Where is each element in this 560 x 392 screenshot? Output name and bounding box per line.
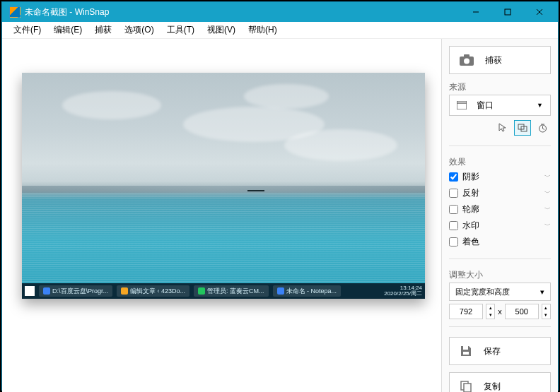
menu-capture[interactable]: 捕获 [89, 22, 117, 38]
task-item: D:\百度云盘\Progr... [39, 285, 112, 297]
maximize-button[interactable] [491, 2, 523, 22]
task-item: 未命名 - Notepa... [273, 285, 342, 297]
svg-rect-7 [457, 101, 467, 109]
titlebar[interactable]: 未命名截图 - WinSnap [2, 2, 558, 22]
effect-watermark[interactable]: 水印﹀ [449, 218, 551, 232]
save-icon [460, 345, 472, 357]
minimize-button[interactable] [460, 2, 491, 22]
height-spinner[interactable]: ▴▾ [542, 304, 551, 319]
effects-label: 效果 [449, 156, 551, 168]
save-label: 保存 [484, 345, 501, 357]
app-window: 未命名截图 - WinSnap 文件(F) 编辑(E) 捕获 选项(O) 工具(… [1, 1, 559, 391]
close-button[interactable] [523, 2, 555, 22]
mode-region[interactable] [514, 120, 531, 136]
side-panel: 捕获 来源 窗口 ▼ 效果 阴影﹀ [441, 39, 558, 392]
effect-outline[interactable]: 轮廓﹀ [449, 202, 551, 216]
effects-list: 阴影﹀ 反射﹀ 轮廓﹀ 水印﹀ 着色 [449, 170, 551, 249]
svg-rect-1 [505, 9, 511, 15]
effect-reflect[interactable]: 反射﹀ [449, 186, 551, 200]
window-title: 未命名截图 - WinSnap [25, 6, 460, 18]
chevron-down-icon: ▾ [540, 287, 544, 297]
boat [247, 190, 264, 191]
task-item: 管理员: 蓝奏云CM... [194, 285, 269, 297]
height-input[interactable] [505, 304, 539, 319]
camera-icon [460, 54, 474, 66]
menu-help[interactable]: 帮助(H) [243, 22, 283, 38]
effect-tint[interactable]: 着色 [449, 234, 551, 249]
copy-button[interactable]: 复制 [449, 372, 551, 392]
menu-view[interactable]: 视图(V) [202, 22, 241, 38]
mode-cursor[interactable] [494, 120, 511, 136]
window-icon [457, 101, 467, 109]
menubar: 文件(F) 编辑(E) 捕获 选项(O) 工具(T) 视图(V) 帮助(H) [2, 22, 558, 39]
chevron-down-icon[interactable]: ﹀ [544, 172, 551, 182]
captured-screenshot[interactable]: D:\百度云盘\Progr... 编辑文章 ‹ 423Do... 管理员: 蓝奏… [22, 73, 425, 299]
chevron-down-icon[interactable]: ﹀ [544, 189, 551, 198]
menu-file[interactable]: 文件(F) [8, 22, 47, 38]
app-icon [9, 6, 21, 18]
start-icon [25, 286, 35, 296]
width-spinner[interactable]: ▴▾ [486, 304, 495, 319]
svg-rect-18 [464, 384, 471, 392]
clock: 13:14:242020/2/25/周二 [384, 285, 422, 297]
svg-rect-5 [464, 54, 469, 57]
svg-point-6 [464, 59, 469, 64]
source-select[interactable]: 窗口 ▼ [449, 95, 551, 116]
menu-options[interactable]: 选项(O) [119, 22, 159, 38]
menu-edit[interactable]: 编辑(E) [48, 22, 88, 38]
svg-rect-15 [463, 346, 468, 350]
svg-line-13 [542, 129, 544, 130]
chevron-down-icon[interactable]: ﹀ [544, 221, 551, 230]
task-item: 编辑文章 ‹ 423Do... [117, 285, 189, 297]
source-label: 来源 [449, 81, 551, 93]
capture-label: 捕获 [485, 54, 502, 66]
effect-shadow[interactable]: 阴影﹀ [449, 170, 551, 184]
resize-label: 调整大小 [449, 269, 551, 281]
times-icon: x [498, 307, 502, 316]
chevron-down-icon[interactable]: ﹀ [544, 205, 551, 214]
canvas-area[interactable]: D:\百度云盘\Progr... 编辑文章 ‹ 423Do... 管理员: 蓝奏… [2, 39, 441, 392]
copy-icon [460, 380, 472, 392]
save-button[interactable]: 保存 [449, 337, 551, 365]
resize-mode-select[interactable]: 固定宽度和高度 ▾ [449, 283, 551, 301]
captured-taskbar: D:\百度云盘\Progr... 编辑文章 ‹ 423Do... 管理员: 蓝奏… [22, 283, 425, 299]
menu-tools[interactable]: 工具(T) [161, 22, 200, 38]
capture-button[interactable]: 捕获 [449, 46, 551, 74]
width-input[interactable] [449, 304, 483, 319]
mode-timer[interactable] [534, 120, 551, 136]
copy-label: 复制 [484, 381, 501, 393]
chevron-down-icon: ▼ [537, 102, 543, 109]
source-value: 窗口 [477, 100, 494, 112]
svg-rect-16 [463, 352, 469, 355]
